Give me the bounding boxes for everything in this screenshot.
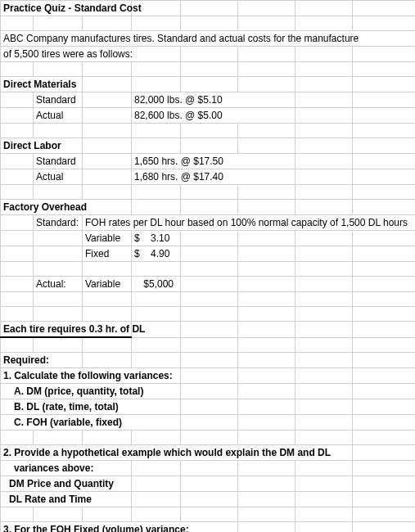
dm-std-val: 82,000 lbs. @ $5.10 — [132, 92, 295, 108]
foh-header: Factory Overhead — [1, 200, 132, 215]
foh-fix-label: Fixed — [83, 246, 132, 262]
q1c: C. FOH (variable, fixed) — [1, 414, 181, 430]
q1: 1. Calculate the following variances: — [1, 367, 181, 383]
q2c: DM Price and Quantity — [1, 476, 132, 491]
foh-act-var-val: $5,000 — [132, 277, 181, 292]
dl-act-val: 1,680 hrs. @ $17.40 — [132, 169, 295, 185]
foh-act-label: Actual: — [34, 277, 83, 292]
q2d: DL Rate and Time — [1, 491, 132, 507]
foh-var-sym: $ — [134, 232, 140, 244]
q2b: variances above: — [1, 460, 132, 476]
foh-std-label: Standard: — [34, 215, 83, 231]
intro-line-1: ABC Company manufactures tires. Standard… — [1, 31, 416, 47]
foh-var-label: Variable — [83, 231, 132, 246]
foh-fix-val: 4.90 — [151, 248, 169, 259]
foh-act-var-label: Variable — [83, 277, 132, 292]
q3: 3. For the FOH Fixed (volume) variance: — [1, 521, 238, 532]
q1a: A. DM (price, quantity, total) — [1, 383, 181, 399]
q1b: B. DL (rate, time, total) — [1, 399, 181, 414]
each-tire: Each tire requires 0.3 hr. of DL — [1, 322, 132, 338]
intro-line-2: of 5,500 tires were as follows: — [1, 47, 181, 62]
required-header: Required: — [1, 352, 83, 367]
foh-var-val: 3.10 — [151, 232, 169, 244]
dm-act-label: Actual — [34, 108, 83, 124]
title: Practice Quiz - Standard Cost — [1, 1, 132, 16]
spreadsheet-grid: Practice Quiz - Standard Cost ABC Compan… — [0, 0, 415, 532]
dl-std-val: 1,650 hrs. @ $17.50 — [132, 154, 295, 169]
foh-std-desc: FOH rates per DL hour based on 100% norm… — [83, 215, 416, 231]
q2: 2. Provide a hypothetical example which … — [1, 444, 353, 460]
dm-act-val: 82,600 lbs. @ $5.00 — [132, 108, 295, 124]
dl-std-label: Standard — [34, 154, 83, 169]
dl-act-label: Actual — [34, 169, 83, 185]
dl-header: Direct Labor — [1, 138, 83, 154]
foh-fix-sym: $ — [134, 248, 140, 259]
dm-std-label: Standard — [34, 92, 83, 108]
dm-header: Direct Materials — [1, 77, 83, 92]
